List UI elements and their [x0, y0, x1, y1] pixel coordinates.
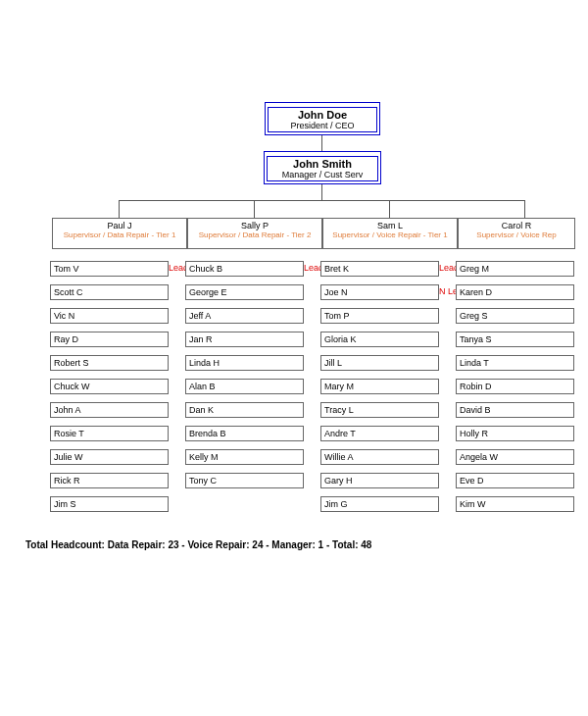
employee-box: Andre T	[320, 426, 439, 441]
summary-text: Total Headcount: Data Repair: 23 - Voice…	[25, 539, 371, 550]
employee-box: Brenda B	[185, 426, 304, 441]
ceo-inner: John Doe President / CEO	[268, 107, 377, 132]
ceo-title: President / CEO	[269, 121, 376, 130]
supervisor-box: Sam LSupervisor / Voice Repair - Tier 1	[322, 218, 458, 249]
employee-box: Jim S	[50, 496, 169, 512]
employee-box: Chuck B	[185, 261, 304, 277]
manager-box: John Smith Manager / Cust Serv	[264, 151, 381, 184]
employee-box: Chuck W	[50, 379, 169, 394]
employee-box: Tracy L	[320, 402, 439, 418]
employee-box: Tom V	[50, 261, 169, 277]
employee-box: Holly R	[456, 426, 574, 441]
supervisor-name: Carol R	[459, 221, 574, 230]
employee-box: Greg M	[456, 261, 574, 277]
employee-box: Linda H	[185, 355, 304, 371]
manager-inner: John Smith Manager / Cust Serv	[267, 156, 378, 181]
employee-box: John A	[50, 402, 169, 418]
employee-box: Joe N	[320, 284, 439, 300]
supervisor-name: Paul J	[53, 221, 186, 230]
employee-box: Tanya S	[456, 332, 574, 347]
employee-box: Ray D	[50, 332, 169, 347]
employee-box: Gloria K	[320, 332, 439, 347]
employee-box: Bret K	[320, 261, 439, 277]
supervisor-box: Carol RSupervisor / Voice Rep	[458, 218, 575, 249]
employee-box: David B	[456, 402, 574, 418]
employee-box: Jim G	[320, 496, 439, 512]
employee-box: Rosie T	[50, 426, 169, 441]
supervisor-box: Paul JSupervisor / Data Repair - Tier 1	[52, 218, 187, 249]
employee-box: Mary M	[320, 379, 439, 394]
employee-box: Rick R	[50, 473, 169, 488]
supervisor-title: Supervisor / Voice Rep	[459, 230, 574, 239]
employee-box: Tony C	[185, 473, 304, 488]
employee-box: Julie W	[50, 449, 169, 465]
employee-box: George E	[185, 284, 304, 300]
supervisor-name: Sally P	[188, 221, 321, 230]
employee-box: Kelly M	[185, 449, 304, 465]
employee-box: Eve D	[456, 473, 574, 488]
employee-box: Alan B	[185, 379, 304, 394]
employee-box: Vic N	[50, 308, 169, 324]
employee-box: Jan R	[185, 332, 304, 347]
supervisor-name: Sam L	[323, 221, 457, 230]
employee-box: Karen D	[456, 284, 574, 300]
employee-box: Robert S	[50, 355, 169, 371]
supervisor-title: Supervisor / Data Repair - Tier 2	[188, 230, 321, 239]
ceo-box: John Doe President / CEO	[265, 102, 380, 135]
employee-box: Jeff A	[185, 308, 304, 324]
employee-box: Angela W	[456, 449, 574, 465]
employee-box: Kim W	[456, 496, 574, 512]
employee-box: Scott C	[50, 284, 169, 300]
supervisor-title: Supervisor / Voice Repair - Tier 1	[323, 230, 457, 239]
ceo-name: John Doe	[269, 109, 376, 121]
employee-box: Willie A	[320, 449, 439, 465]
employee-box: Dan K	[185, 402, 304, 418]
employee-box: Gary H	[320, 473, 439, 488]
manager-name: John Smith	[268, 158, 377, 170]
employee-box: Tom P	[320, 308, 439, 324]
supervisor-box: Sally PSupervisor / Data Repair - Tier 2	[187, 218, 322, 249]
supervisor-title: Supervisor / Data Repair - Tier 1	[53, 230, 186, 239]
manager-title: Manager / Cust Serv	[268, 170, 377, 179]
employee-box: Robin D	[456, 379, 574, 394]
employee-box: Greg S	[456, 308, 574, 324]
employee-box: Linda T	[456, 355, 574, 371]
employee-box: Jill L	[320, 355, 439, 371]
